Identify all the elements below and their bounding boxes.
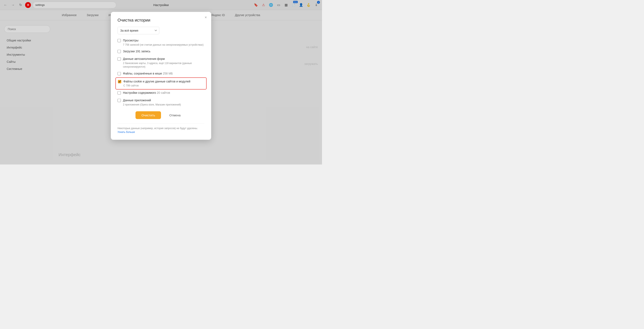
checkbox-autofill-label[interactable]: Данные автозаполнения форм: [123, 57, 165, 61]
checkbox-app-data-sublabel: 2 приложения (Opera store, Магазин прило…: [123, 103, 181, 106]
checkbox-cookies-item: Файлы cookie и другие данные сайтов и мо…: [116, 77, 206, 89]
learn-more-link[interactable]: Узнать больше: [118, 131, 135, 134]
checkbox-cache-item: Файлы, сохранённые в кеше 258 МБ: [118, 71, 204, 76]
checkbox-downloads[interactable]: [118, 50, 121, 53]
checkbox-content-settings-label[interactable]: Настройки содержимого 20 сайтов: [123, 91, 170, 94]
checkbox-app-data-item: Данные приложений 2 приложения (Opera st…: [118, 98, 204, 106]
dialog-title: Очистка истории: [118, 18, 204, 23]
footer-note-text: Некоторые данные (например, история запр…: [118, 127, 198, 130]
clear-button[interactable]: Очистить: [136, 111, 161, 119]
checkbox-app-data[interactable]: [118, 99, 121, 102]
checkbox-cookies-sublabel: С 799 сайтов: [123, 84, 190, 88]
checkbox-cache-label[interactable]: Файлы, сохранённые в кеше 258 МБ: [123, 72, 173, 75]
checkbox-cookies-label[interactable]: Файлы cookie и другие данные сайтов и мо…: [123, 80, 190, 83]
checkbox-autofill-sublabel: 2 банковские карты, 3 адреса, ещё 118 ва…: [123, 62, 204, 69]
checkbox-downloads-item: Загрузки 191 запись: [118, 49, 204, 54]
checkbox-app-data-label[interactable]: Данные приложений: [123, 99, 151, 102]
checkbox-browsing[interactable]: [118, 39, 121, 42]
checkbox-browsing-label[interactable]: Просмотры: [123, 39, 138, 42]
clear-history-dialog: × Очистка истории За всё время За послед…: [111, 12, 211, 140]
checkbox-autofill-item: Данные автозаполнения форм 2 банковские …: [118, 57, 204, 69]
checkbox-cookies[interactable]: [118, 80, 121, 83]
checkbox-content-settings-item: Настройки содержимого 20 сайтов: [118, 91, 204, 95]
checkbox-browsing-item: Просмотры 7 758 записей (не считая данны…: [118, 39, 204, 47]
checkbox-downloads-label[interactable]: Загрузки 191 запись: [123, 50, 150, 53]
checkbox-browsing-sublabel: 7 758 записей (не считая данных на синхр…: [123, 43, 204, 47]
cancel-button[interactable]: Отмена: [164, 111, 186, 119]
checkbox-autofill[interactable]: [118, 57, 121, 61]
checkbox-cache[interactable]: [118, 72, 121, 75]
checkbox-content-settings[interactable]: [118, 91, 121, 95]
dialog-buttons: Очистить Отмена: [118, 111, 204, 119]
dialog-footer: Некоторые данные (например, история запр…: [118, 123, 204, 134]
time-period-select[interactable]: За всё время За последний час За последн…: [118, 27, 159, 34]
dialog-close-button[interactable]: ×: [203, 15, 209, 20]
